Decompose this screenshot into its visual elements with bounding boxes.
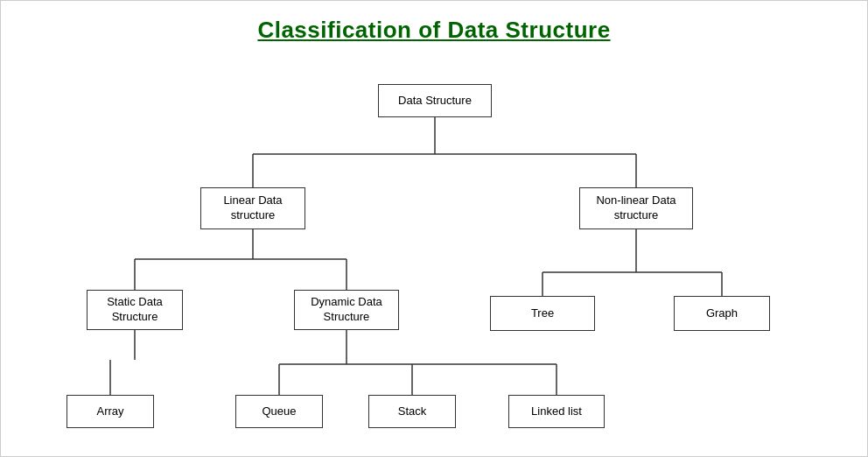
- node-nonlinear: Non-linear Datastructure: [579, 187, 693, 229]
- node-static: Static DataStructure: [87, 290, 183, 330]
- node-tree: Tree: [490, 296, 595, 331]
- node-linked-list: Linked list: [508, 395, 605, 428]
- node-queue: Queue: [235, 395, 323, 428]
- node-data-structure: Data Structure: [378, 84, 492, 117]
- node-stack: Stack: [368, 395, 456, 428]
- node-dynamic: Dynamic DataStructure: [294, 290, 399, 330]
- connector-lines: [1, 1, 868, 457]
- node-linear: Linear Datastructure: [200, 187, 305, 229]
- node-array: Array: [66, 395, 154, 428]
- page-title: Classification of Data Structure: [1, 1, 867, 44]
- node-graph: Graph: [674, 296, 770, 331]
- page: Classification of Data Structure Da: [0, 0, 868, 457]
